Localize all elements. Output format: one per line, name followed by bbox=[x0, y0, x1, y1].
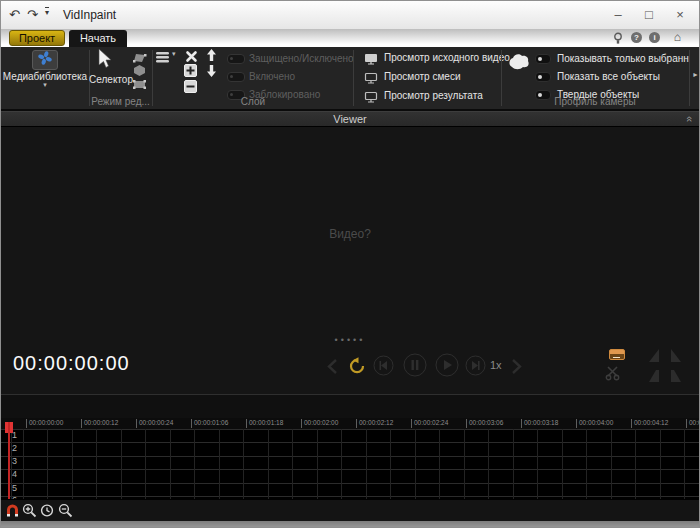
ruler-label: 00:00:01:06 bbox=[194, 419, 228, 426]
monitor-outline-icon[interactable] bbox=[364, 70, 378, 88]
scissors-icon[interactable] bbox=[605, 365, 620, 385]
home-icon[interactable]: ⌂ bbox=[674, 30, 681, 44]
timecode-display: 00:00:00:00 bbox=[13, 352, 130, 375]
tab-start[interactable]: Начать bbox=[69, 30, 127, 48]
ruler-label: 00:00:03:18 bbox=[524, 419, 558, 426]
track-number: 3 bbox=[12, 456, 17, 466]
timeline-ruler[interactable]: 00:00:00:00 00:00:00:12 00:00:00:24 00:0… bbox=[1, 418, 699, 429]
loading-dots: ••••• bbox=[1, 335, 699, 345]
ruler-label: 00:00:02:00 bbox=[304, 419, 338, 426]
radio-show-all[interactable] bbox=[535, 72, 551, 82]
toggle-protected-label: Защищено/Исключено bbox=[249, 53, 354, 64]
viewer-header[interactable]: Viewer « bbox=[1, 111, 699, 127]
track-number: 4 bbox=[12, 469, 17, 479]
app-window: ↶ ↷ ▾ VidInpaint – □ × Проект Начать ? i… bbox=[0, 0, 700, 528]
ribbon: Медиабиблиотека ▾ Селектор Режим ред... … bbox=[1, 47, 699, 111]
monitor-outline-icon[interactable] bbox=[364, 89, 378, 107]
selector-label[interactable]: Селектор bbox=[89, 74, 133, 85]
radio-show-all-label: Показать все объекты bbox=[557, 71, 660, 82]
toggle-enabled-label: Включено bbox=[249, 71, 295, 82]
ruler-label: 00:00:01:18 bbox=[249, 419, 283, 426]
tab-project[interactable]: Проект bbox=[9, 30, 65, 46]
view-source-label[interactable]: Просмотр исходного видео bbox=[384, 52, 510, 63]
ruler-label: 00:00:03:06 bbox=[469, 419, 503, 426]
timeline-toolbar bbox=[1, 499, 699, 521]
window-bottom-edge bbox=[1, 521, 699, 528]
track-number: 2 bbox=[12, 443, 17, 453]
rectangle-tool-icon[interactable] bbox=[132, 77, 147, 95]
add-button[interactable] bbox=[184, 64, 197, 77]
toggle-enabled[interactable] bbox=[227, 72, 245, 82]
ruler-label: 00:00:00:24 bbox=[139, 419, 173, 426]
media-library-button[interactable] bbox=[32, 50, 58, 70]
ruler-label: 00:00:02:12 bbox=[359, 419, 393, 426]
move-down-icon[interactable] bbox=[206, 64, 217, 82]
timeline-tracks[interactable]: 1 2 3 4 5 6 bbox=[1, 429, 699, 499]
zoom-out-icon[interactable] bbox=[58, 503, 73, 522]
playhead-line bbox=[8, 422, 10, 499]
viewer-title: Viewer bbox=[1, 112, 699, 127]
title-bar: ↶ ↷ ▾ VidInpaint – □ × bbox=[1, 1, 699, 29]
layers-icon[interactable] bbox=[156, 50, 170, 68]
clock-icon[interactable] bbox=[40, 503, 55, 522]
collapse-panel-icon[interactable]: « bbox=[683, 116, 697, 122]
playback-speed[interactable]: 1x bbox=[490, 359, 502, 371]
pinwheel-icon bbox=[38, 51, 52, 69]
ribbon-tab-bar: Проект Начать ? i ⌂ bbox=[1, 29, 699, 47]
radio-show-selected-label: Показывать только выбранные о bbox=[557, 53, 689, 64]
track-number: 5 bbox=[12, 483, 17, 493]
pause-icon[interactable] bbox=[403, 353, 427, 381]
redo-icon[interactable]: ↷ bbox=[27, 6, 38, 24]
remove-button[interactable] bbox=[184, 80, 197, 93]
zoom-in-icon[interactable] bbox=[22, 503, 37, 522]
edit-mode-section-label: Режим ред... bbox=[89, 96, 152, 107]
layer-section-label: Слой bbox=[153, 96, 353, 107]
timeline-marker-strip[interactable] bbox=[1, 394, 699, 418]
undo-icon[interactable]: ↶ bbox=[9, 6, 20, 24]
divider bbox=[353, 50, 354, 106]
radio-show-selected[interactable] bbox=[535, 54, 551, 64]
ribbon-overflow-icon[interactable]: ► bbox=[692, 71, 699, 78]
ruler-label: 00:00:04:24 bbox=[689, 419, 700, 426]
chevron-down-icon[interactable]: ▾ bbox=[1, 81, 89, 89]
step-back-icon[interactable] bbox=[327, 358, 338, 379]
selector-cursor-icon[interactable] bbox=[98, 49, 112, 74]
ruler-label: 00:00:02:24 bbox=[414, 419, 448, 426]
loop-icon[interactable] bbox=[347, 357, 367, 378]
qat-dropdown-icon[interactable]: ▾ bbox=[45, 7, 49, 17]
brush-blob-icon[interactable] bbox=[508, 53, 531, 76]
ruler-label: 00:00:04:12 bbox=[634, 419, 668, 426]
window-title: VidInpaint bbox=[63, 8, 116, 22]
video-placeholder: Видео? bbox=[1, 227, 699, 241]
view-blend-label[interactable]: Просмотр смеси bbox=[384, 71, 460, 82]
toggle-protected[interactable] bbox=[227, 54, 245, 64]
minimize-button[interactable]: – bbox=[603, 3, 633, 27]
ruler-label: 00:00:04:00 bbox=[579, 419, 613, 426]
close-button[interactable]: × bbox=[665, 3, 695, 27]
trim-handles-icon[interactable] bbox=[646, 348, 684, 388]
snap-magnet-icon[interactable] bbox=[5, 503, 20, 521]
ruler-label: 00:00:00:12 bbox=[84, 419, 118, 426]
layers-dropdown-icon[interactable]: ▾ bbox=[172, 50, 176, 58]
view-result-label[interactable]: Просмотр результата bbox=[384, 90, 483, 101]
step-forward-icon[interactable] bbox=[511, 358, 522, 379]
help-icon[interactable]: ? bbox=[631, 32, 642, 43]
divider bbox=[689, 50, 690, 106]
marker-tool-icon[interactable] bbox=[609, 349, 625, 360]
play-icon[interactable] bbox=[435, 353, 459, 381]
maximize-button[interactable]: □ bbox=[634, 3, 664, 27]
bulb-icon[interactable] bbox=[611, 31, 625, 45]
ruler-label: 00:00:00:00 bbox=[29, 419, 63, 426]
info-icon[interactable]: i bbox=[649, 32, 660, 43]
skip-end-icon[interactable] bbox=[465, 355, 486, 380]
skip-start-icon[interactable] bbox=[373, 355, 394, 380]
camera-profile-section-label: Профиль камеры bbox=[501, 96, 689, 107]
monitor-filled-icon[interactable] bbox=[364, 51, 378, 69]
